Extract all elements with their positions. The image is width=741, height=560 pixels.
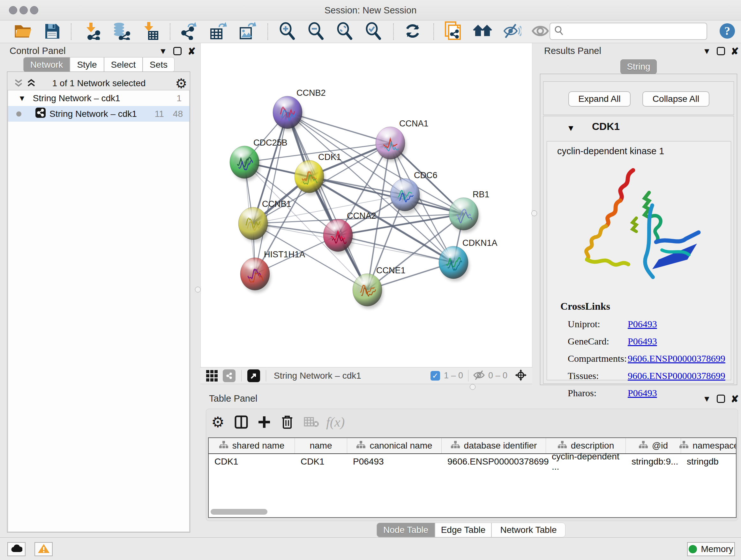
network-node-CDK1[interactable]: CDK1 [294,152,341,195]
zoom-selected-button[interactable] [363,22,383,42]
network-node-HIST1H1A[interactable]: HIST1H1A [240,250,305,293]
crosslink-link[interactable]: 9606.ENSP00000378699 [628,353,725,364]
network-node-RB1[interactable]: RB1 [449,190,489,233]
network-edge[interactable] [338,235,454,262]
network-node-CDKN1A[interactable]: CDKN1A [439,238,497,281]
table-panel-float-icon[interactable] [717,395,725,403]
hidden-eye-icon[interactable] [473,370,485,381]
crosslink-link[interactable]: 9606.ENSP00000378699 [628,370,725,381]
export-table-button[interactable] [208,22,228,42]
save-session-button[interactable] [42,22,62,42]
help-button[interactable]: ? [720,23,735,39]
delete-column-trash-icon[interactable] [281,414,293,431]
fit-selected-crosshair-icon[interactable] [515,369,527,383]
column-header-database-identifier[interactable]: database identifier [442,438,546,453]
table-cell[interactable]: cyclin-dependent ... [546,454,626,469]
table-horizontal-scrollbar[interactable] [211,509,267,515]
tab-sets[interactable]: Sets [143,57,175,72]
tab-network[interactable]: Network [23,57,70,72]
tab-select[interactable]: Select [104,57,143,72]
open-session-button[interactable] [13,22,33,42]
export-image-button[interactable] [238,22,257,42]
column-header-name[interactable]: name [295,438,347,453]
network-canvas[interactable]: CCNB2CCNA1CDC25BCDK1CDC6RB1CCNB1CCNA2CDK… [200,43,532,367]
collapse-all-button[interactable]: Collapse All [643,91,710,107]
zoom-fit-button[interactable] [334,22,354,42]
network-graph[interactable]: CCNB2CCNA1CDC25BCDK1CDC6RB1CCNB1CCNA2CDK… [201,43,533,367]
column-header-canonical-name[interactable]: canonical name [347,438,442,453]
column-header--id[interactable]: @id [626,438,681,453]
table-options-gear-icon[interactable]: ⚙ [211,414,224,431]
column-header-namespace[interactable]: namespace [681,438,737,453]
crosslink-link[interactable]: P06493 [628,319,657,329]
import-table-file-button[interactable] [140,22,160,42]
column-type-icon [451,441,460,451]
tree-collapse-icon[interactable]: ▼ [18,94,26,103]
import-network-database-button[interactable] [111,22,131,42]
network-tree-item-row[interactable]: String Network – cdk1 11 48 [8,106,189,122]
open-in-browser-icon[interactable] [247,369,260,382]
column-header-description[interactable]: description [546,438,626,453]
network-tree-root-row[interactable]: ▼ String Network – cdk1 1 [8,90,189,106]
tab-style[interactable]: Style [70,57,104,72]
refresh-view-button[interactable] [403,22,422,42]
network-edge[interactable] [287,112,367,290]
zoom-out-button[interactable] [306,22,326,42]
table-cell[interactable]: CDK1 [209,454,295,469]
network-node-CCNB1[interactable]: CCNB1 [239,199,291,242]
table-panel-close-icon[interactable]: ✘ [731,393,739,405]
node-label-CCNE1: CCNE1 [376,266,406,275]
table-cell[interactable]: stringdb [681,454,737,469]
table-cell[interactable]: 9606.ENSP00000378699 [442,454,546,469]
search-field[interactable] [549,23,707,40]
results-panel-close-icon[interactable]: ✘ [731,46,739,57]
tab-node-table[interactable]: Node Table [377,523,435,537]
results-panel-menu-icon[interactable]: ▼ [703,46,711,56]
network-tab-body: 1 of 1 Network selected ⚙ ▼ String Netwo… [7,71,190,533]
export-network-button[interactable] [179,22,199,42]
import-table-icon [142,22,159,41]
table-panel-menu-icon[interactable]: ▼ [703,394,711,404]
expand-all-button[interactable]: Expand All [568,91,630,107]
import-network-file-button[interactable] [82,22,102,42]
tab-network-table[interactable]: Network Table [491,523,565,537]
table-cell[interactable]: P06493 [347,454,442,469]
string-panel-toggle-icon[interactable] [223,369,235,382]
string-glass-effect-button[interactable] [502,22,522,42]
tab-edge-table[interactable]: Edge Table [435,523,491,537]
network-node-CCNE1[interactable]: CCNE1 [353,266,406,309]
network-node-CDC25B[interactable]: CDC25B [230,138,287,181]
table-row[interactable]: CDK1CDK1P064939606.ENSP00000378699cyclin… [209,454,736,469]
table-cell[interactable]: stringdb:9... [626,454,681,469]
control-panel-menu-icon[interactable]: ▼ [159,46,167,56]
selected-nodes-checkbox-icon[interactable]: ✓ [430,371,440,381]
string-homology-button[interactable] [473,22,493,42]
network-options-gear-icon[interactable]: ⚙ [175,76,187,91]
network-node-CDC6[interactable]: CDC6 [390,171,437,213]
warning-status-button[interactable] [35,542,53,556]
zoom-in-button[interactable] [277,22,297,42]
create-column-plus-icon[interactable] [257,414,271,431]
node-label-RB1: RB1 [473,190,489,199]
left-splitter-handle[interactable] [195,287,201,293]
node-table[interactable]: shared namenamecanonical namedatabase id… [208,437,737,518]
results-tab-string[interactable]: String [620,59,657,74]
network-node-CCNB2[interactable]: CCNB2 [273,88,326,131]
eye-icon [531,23,549,40]
results-panel-float-icon[interactable] [717,47,725,55]
cloud-status-button[interactable] [7,542,25,556]
network-node-CCNA1[interactable]: CCNA1 [376,119,428,162]
network-item-label: String Network – cdk1 [50,109,137,119]
control-panel-close-icon[interactable]: ✘ [188,46,196,57]
birds-eye-view-icon[interactable] [206,370,218,381]
column-header-shared-name[interactable]: shared name [209,438,295,453]
entry-collapse-icon[interactable]: ▼ [567,123,575,133]
table-cell[interactable]: CDK1 [295,454,347,469]
control-panel-float-icon[interactable] [173,47,182,55]
search-input[interactable] [563,26,697,37]
string-labels-button[interactable] [530,22,550,42]
show-columns-icon[interactable] [234,414,248,431]
crosslink-link[interactable]: P06493 [628,336,657,347]
memory-button[interactable]: Memory [687,542,735,556]
string-import-button[interactable] [443,22,463,42]
